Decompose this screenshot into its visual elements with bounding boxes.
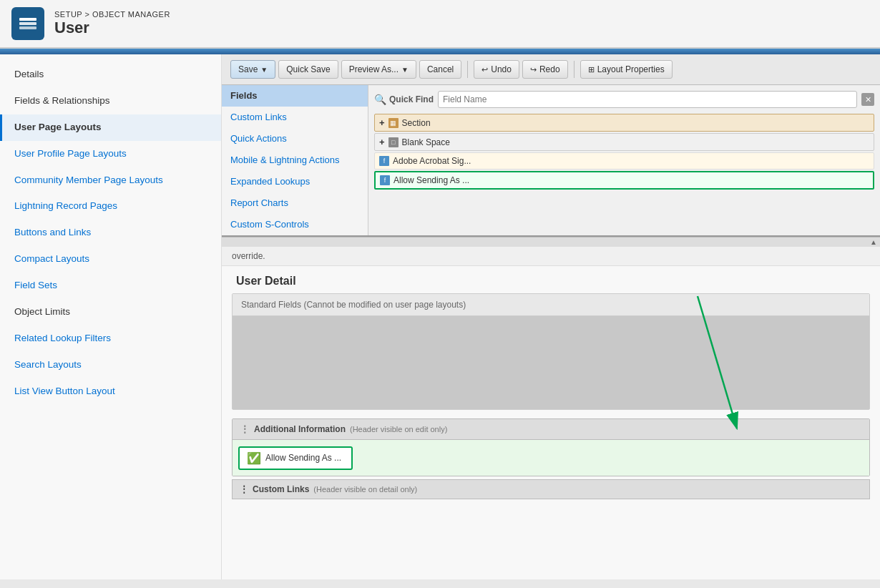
- redo-icon: ↪: [530, 65, 537, 74]
- field-item-adobe[interactable]: f Adobe Acrobat Sig...: [374, 152, 874, 170]
- toolbar-separator-2: [574, 61, 575, 78]
- app-header: SETUP > OBJECT MANAGER User: [0, 0, 880, 49]
- check-icon: ✅: [247, 451, 261, 465]
- quick-find-panel: 🔍 Quick Find ✕ + ▦ Section + □ Blank Sp: [368, 85, 880, 235]
- fields-nav-expanded-lookups[interactable]: Expanded Lookups: [222, 171, 368, 192]
- quick-save-button[interactable]: Quick Save: [278, 60, 338, 79]
- dropped-field-allow-sending[interactable]: ✅ Allow Sending As ...: [238, 446, 353, 470]
- additional-info-body: ✅ Allow Sending As ...: [233, 440, 869, 476]
- fields-nav-custom-s-controls[interactable]: Custom S-Controls: [222, 214, 368, 235]
- field-item-blank-space[interactable]: + □ Blank Space: [374, 133, 874, 151]
- scroll-up-arrow[interactable]: ▲: [870, 238, 877, 246]
- svg-rect-2: [19, 18, 36, 21]
- adobe-icon: f: [379, 156, 389, 166]
- sending-icon: f: [380, 175, 390, 185]
- sidebar-item-search-layouts[interactable]: Search Layouts: [0, 352, 221, 378]
- sidebar-item-list-view-button-layout[interactable]: List View Button Layout: [0, 378, 221, 405]
- sidebar: Details Fields & Relationships User Page…: [0, 54, 222, 579]
- additional-info-header: ⋮ Additional Information (Header visible…: [233, 419, 869, 440]
- plus-icon-blank: +: [379, 137, 385, 147]
- svg-rect-1: [19, 22, 36, 25]
- standard-fields-header: Standard Fields (Cannot be modified on u…: [233, 294, 869, 316]
- sidebar-item-fields-relationships[interactable]: Fields & Relationships: [0, 88, 221, 114]
- drag-handle-icon[interactable]: ⋮: [240, 423, 250, 435]
- layout-properties-button[interactable]: ⊞ Layout Properties: [580, 60, 673, 79]
- undo-button[interactable]: ↩ Undo: [474, 60, 519, 79]
- plus-icon: +: [379, 117, 385, 128]
- sidebar-item-buttons-and-links[interactable]: Buttons and Links: [0, 220, 221, 246]
- fields-nav-mobile-lightning[interactable]: Mobile & Lightning Actions: [222, 150, 368, 171]
- sidebar-item-object-limits[interactable]: Object Limits: [0, 299, 221, 325]
- override-note: override.: [222, 247, 880, 266]
- blue-stripe: [0, 49, 880, 54]
- standard-fields-body: [233, 316, 869, 409]
- layout-area: override. User Detail Standard Fields (C…: [222, 247, 880, 579]
- toolbar-separator-1: [467, 61, 468, 78]
- drag-handle-icon-2[interactable]: ⋮: [240, 484, 248, 494]
- svg-rect-0: [19, 26, 36, 29]
- additional-info-section: ⋮ Additional Information (Header visible…: [232, 418, 870, 476]
- layers-icon: [18, 14, 38, 34]
- sidebar-item-community-member-page-layouts[interactable]: Community Member Page Layouts: [0, 167, 221, 194]
- standard-fields-section: Standard Fields (Cannot be modified on u…: [232, 293, 870, 410]
- quick-find-input[interactable]: [438, 91, 857, 108]
- save-button[interactable]: Save: [230, 60, 275, 79]
- quick-find-label: 🔍 Quick Find: [374, 94, 434, 105]
- sidebar-item-user-page-layouts[interactable]: User Page Layouts: [0, 114, 221, 141]
- toolbar: Save Quick Save Preview As... Cancel ↩ U…: [222, 54, 880, 85]
- search-icon: 🔍: [374, 94, 386, 105]
- sidebar-item-related-lookup-filters[interactable]: Related Lookup Filters: [0, 325, 221, 352]
- title-block: SETUP > OBJECT MANAGER User: [54, 10, 170, 37]
- cancel-button[interactable]: Cancel: [419, 60, 461, 79]
- blank-icon: □: [388, 137, 399, 147]
- page-title: User: [54, 19, 170, 37]
- sidebar-item-details[interactable]: Details: [0, 62, 221, 88]
- quick-find-clear-button[interactable]: ✕: [861, 93, 874, 106]
- field-item-section[interactable]: + ▦ Section: [374, 114, 874, 132]
- scroll-bar: ▲: [222, 237, 880, 247]
- user-detail-header: User Detail: [222, 266, 880, 293]
- section-icon: ▦: [388, 118, 399, 128]
- content-area: Save Quick Save Preview As... Cancel ↩ U…: [222, 54, 880, 579]
- quick-find-row: 🔍 Quick Find ✕: [374, 91, 874, 108]
- app-icon: [11, 7, 44, 40]
- sidebar-item-field-sets[interactable]: Field Sets: [0, 273, 221, 299]
- fields-nav-list: Fields Custom Links Quick Actions Mobile…: [222, 85, 368, 235]
- redo-button[interactable]: ↪ Redo: [522, 60, 568, 79]
- sidebar-item-user-profile-page-layouts[interactable]: User Profile Page Layouts: [0, 141, 221, 167]
- preview-as-button[interactable]: Preview As...: [341, 60, 416, 79]
- custom-links-section: ⋮ Custom Links (Header visible on detail…: [232, 479, 870, 499]
- fields-nav-custom-links[interactable]: Custom Links: [222, 107, 368, 128]
- sidebar-item-compact-layouts[interactable]: Compact Layouts: [0, 246, 221, 273]
- fields-nav-quick-actions[interactable]: Quick Actions: [222, 128, 368, 150]
- editor-panel: Fields Custom Links Quick Actions Mobile…: [222, 85, 880, 237]
- undo-icon: ↩: [481, 65, 488, 74]
- sidebar-item-lightning-record-pages[interactable]: Lightning Record Pages: [0, 193, 221, 220]
- breadcrumb: SETUP > OBJECT MANAGER: [54, 10, 170, 19]
- fields-nav-report-charts[interactable]: Report Charts: [222, 192, 368, 214]
- fields-nav-fields[interactable]: Fields: [222, 85, 368, 107]
- grid-icon: ⊞: [588, 65, 595, 74]
- custom-links-header: ⋮ Custom Links (Header visible on detail…: [233, 480, 869, 499]
- field-item-allow-sending-as[interactable]: f Allow Sending As ...: [374, 171, 874, 190]
- main-layout: Details Fields & Relationships User Page…: [0, 54, 880, 579]
